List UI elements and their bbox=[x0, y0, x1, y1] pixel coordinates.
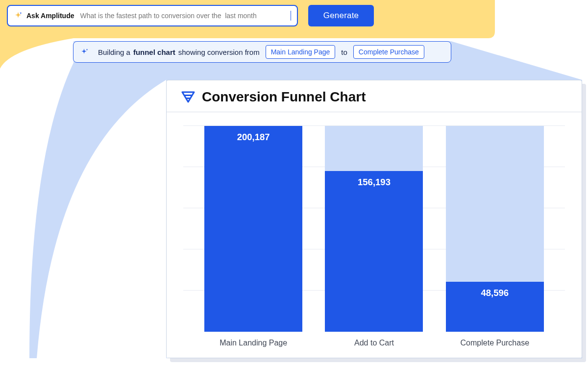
ask-amplitude-input-container[interactable]: Ask Amplitude bbox=[7, 5, 298, 26]
x-axis-labels: Main Landing PageAdd to CartComplete Pur… bbox=[183, 332, 565, 347]
funnel-icon bbox=[181, 90, 195, 104]
chip-from-event[interactable]: Main Landing Page bbox=[266, 45, 336, 59]
x-axis-label: Complete Purchase bbox=[446, 339, 544, 347]
bar-column: 156,193 bbox=[325, 126, 423, 332]
ask-amplitude-input[interactable] bbox=[79, 11, 290, 20]
bar-value-label: 48,596 bbox=[481, 288, 509, 298]
building-text-prefix: Building a bbox=[98, 48, 130, 56]
x-axis-label: Main Landing Page bbox=[204, 339, 302, 347]
chip-to-event[interactable]: Complete Purchase bbox=[353, 45, 424, 59]
ask-amplitude-label: Ask Amplitude bbox=[26, 12, 74, 20]
bar-foreground: 48,596 bbox=[446, 282, 544, 332]
sparkle-icon bbox=[80, 48, 89, 56]
chart-header: Conversion Funnel Chart bbox=[167, 80, 582, 112]
bar-column: 200,187 bbox=[204, 126, 302, 332]
bar-column: 48,596 bbox=[446, 126, 544, 332]
chart-body: 200,187156,19348,596 Main Landing PageAd… bbox=[167, 112, 582, 358]
building-text-mid: showing conversion from bbox=[178, 48, 260, 56]
generate-button[interactable]: Generate bbox=[308, 5, 374, 26]
plot-area: 200,187156,19348,596 bbox=[183, 126, 565, 332]
building-status-box: Building a funnel chart showing conversi… bbox=[73, 41, 451, 63]
bar-foreground: 200,187 bbox=[204, 126, 302, 332]
sparkle-icon bbox=[14, 11, 23, 20]
svg-marker-0 bbox=[182, 92, 194, 102]
bar-value-label: 156,193 bbox=[358, 177, 391, 188]
x-axis-label: Add to Cart bbox=[325, 339, 423, 347]
bar-value-label: 200,187 bbox=[237, 132, 270, 143]
bar-foreground: 156,193 bbox=[325, 171, 423, 332]
text-cursor bbox=[291, 11, 292, 21]
bars-container: 200,187156,19348,596 bbox=[183, 126, 565, 332]
chart-panel: Conversion Funnel Chart 200,187156,19348… bbox=[166, 80, 582, 358]
building-text-to: to bbox=[341, 48, 347, 56]
chart-title: Conversion Funnel Chart bbox=[202, 89, 366, 105]
building-text-bold: funnel chart bbox=[133, 48, 175, 56]
